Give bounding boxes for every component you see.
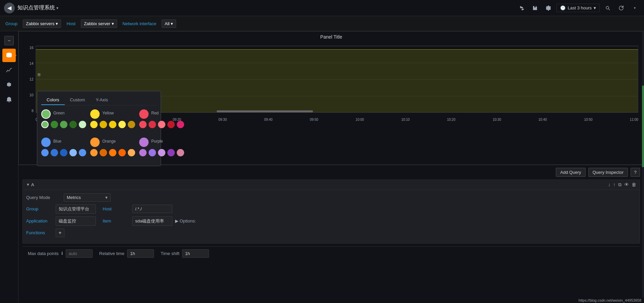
orange-shade-4[interactable] [118, 149, 126, 156]
query-mode-row: Query Mode Metrics ▾ [26, 193, 636, 202]
yellow-shade-3[interactable] [109, 121, 116, 128]
green-shade-4[interactable] [69, 121, 77, 128]
orange-shade-5[interactable] [128, 149, 135, 156]
yellow-shade-5[interactable] [128, 121, 135, 128]
group-field-value[interactable]: 知识点管理平台 [56, 204, 96, 214]
tab-y-axis[interactable]: Y-Axis [90, 95, 113, 105]
blue-shades-row [41, 149, 86, 156]
dashboard-dropdown-icon[interactable]: ▾ [56, 6, 58, 10]
red-section: Red [139, 109, 184, 130]
right-scroll-thumb[interactable] [642, 86, 644, 167]
toggle-visibility-icon[interactable]: 👁 [624, 182, 629, 187]
red-shade-2[interactable] [149, 121, 156, 128]
yellow-shade-1[interactable] [90, 121, 98, 128]
green-label: Green [53, 111, 64, 115]
save-button[interactable] [530, 3, 540, 13]
group-filter-value: Zabbix servers [26, 21, 54, 26]
collapse-icon[interactable]: ▼ [26, 183, 30, 187]
help-button[interactable]: ? [631, 168, 640, 177]
functions-add-button[interactable]: + [56, 229, 64, 237]
purple-main-circle[interactable] [139, 138, 149, 147]
purple-shade-1[interactable] [139, 149, 147, 156]
yellow-shades-row [90, 121, 135, 128]
purple-shade-4[interactable] [167, 149, 175, 156]
x-label-8: 10:10 [401, 118, 410, 121]
time-range-button[interactable]: 🕐 Last 3 hours ▾ [556, 4, 600, 12]
purple-shade-2[interactable] [149, 149, 156, 156]
group-filter-label: Group [5, 21, 17, 26]
query-inspector-button[interactable]: Query Inspector [588, 168, 628, 177]
yellow-label: Yellow [102, 111, 114, 115]
blue-shade-3[interactable] [60, 149, 67, 156]
refresh-dropdown-button[interactable]: ▾ [629, 3, 640, 13]
red-shade-1[interactable] [139, 121, 147, 128]
relative-time-field: Relative time [99, 249, 154, 258]
tab-custom[interactable]: Custom [65, 95, 91, 105]
green-shade-2[interactable] [51, 121, 58, 128]
orange-shade-2[interactable] [100, 149, 107, 156]
search-button[interactable] [602, 3, 613, 13]
share-button[interactable] [516, 3, 527, 13]
host-dropdown-icon: ▾ [112, 21, 114, 26]
chart-scrollbar-thumb[interactable] [217, 110, 313, 112]
sidebar-toggle-item[interactable]: − [2, 34, 16, 47]
green-shade-5[interactable] [79, 121, 86, 128]
orange-shade-3[interactable] [109, 149, 116, 156]
refresh-button[interactable] [616, 3, 627, 13]
yellow-shade-2[interactable] [100, 121, 107, 128]
host-field-value[interactable]: /.*./ [132, 205, 172, 213]
blue-shade-4[interactable] [69, 149, 77, 156]
move-down-icon[interactable]: ↓ [608, 182, 610, 187]
add-query-button[interactable]: Add Query [556, 168, 585, 177]
blue-shade-5[interactable] [79, 149, 86, 156]
dashboard-title-text: 知识点管理系统 [17, 4, 55, 11]
query-header: Add Query Query Inspector ? [22, 168, 640, 177]
green-shade-1[interactable] [41, 121, 49, 128]
max-data-points-info-icon[interactable]: ℹ [61, 251, 63, 256]
time-shift-input[interactable] [182, 249, 209, 258]
host-filter-dropdown[interactable]: Zabbix server ▾ [81, 19, 117, 28]
yellow-main-circle[interactable] [90, 109, 100, 119]
orange-shade-1[interactable] [90, 149, 98, 156]
network-filter-dropdown[interactable]: All ▾ [162, 19, 176, 28]
relative-time-input[interactable] [127, 249, 154, 258]
red-shade-3[interactable] [158, 121, 165, 128]
orange-main-circle[interactable] [90, 138, 100, 147]
panel-area: Colors Custom Y-Axis Green [18, 31, 644, 303]
blue-section: Blue [41, 138, 86, 158]
red-main-circle[interactable] [139, 109, 149, 119]
sidebar-chart-icon[interactable] [2, 63, 16, 77]
green-main-circle[interactable] [41, 109, 51, 119]
svg-point-0 [606, 6, 609, 9]
green-shade-3[interactable] [60, 121, 67, 128]
tab-colors[interactable]: Colors [41, 95, 65, 105]
purple-shade-3[interactable] [158, 149, 165, 156]
back-button[interactable]: ◀ [4, 3, 15, 13]
x-label-9: 10:20 [447, 118, 455, 121]
group-filter-dropdown[interactable]: Zabbix servers ▾ [23, 19, 61, 28]
sidebar-settings-icon[interactable] [2, 78, 16, 92]
query-letter-label: A [31, 182, 34, 187]
sidebar-datasource-icon[interactable] [2, 49, 16, 62]
max-data-points-label: Max data points [28, 251, 59, 256]
red-shade-4[interactable] [167, 121, 175, 128]
minus-button[interactable]: − [4, 36, 14, 45]
blue-shade-2[interactable] [51, 149, 58, 156]
max-data-points-input[interactable] [66, 249, 93, 258]
query-mode-select[interactable]: Metrics ▾ [64, 193, 111, 202]
purple-shade-5[interactable] [177, 149, 184, 156]
functions-label: Functions [26, 230, 53, 235]
blue-main-circle[interactable] [41, 138, 51, 147]
application-field-value[interactable]: 磁盘监控 [56, 216, 96, 226]
duplicate-icon[interactable]: ⧉ [618, 182, 622, 188]
red-shade-5[interactable] [177, 121, 184, 128]
query-mode-value: Metrics [67, 195, 81, 200]
move-up-icon[interactable]: ↑ [613, 182, 615, 187]
settings-button[interactable] [543, 3, 554, 13]
sidebar-alert-icon[interactable] [2, 93, 16, 106]
delete-icon[interactable]: 🗑 [632, 182, 636, 187]
yellow-shade-4[interactable] [118, 121, 126, 128]
item-field-value[interactable]: sda磁盘使用率 [132, 216, 172, 226]
options-toggle[interactable]: ▶ Options: [175, 218, 196, 223]
blue-shade-1[interactable] [41, 149, 49, 156]
